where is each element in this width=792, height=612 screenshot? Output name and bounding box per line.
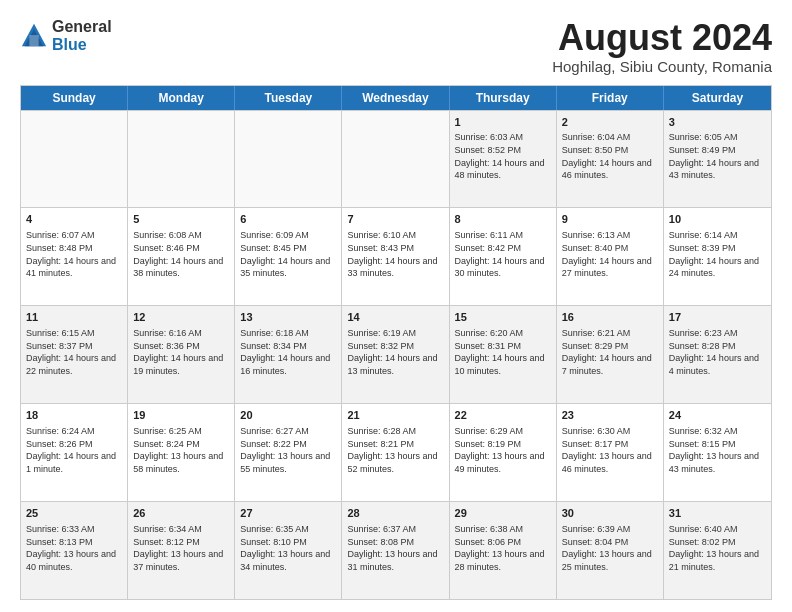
day-num-17: 17 [669, 310, 766, 325]
cal-cell-1-5: 9Sunrise: 6:13 AM Sunset: 8:40 PM Daylig… [557, 208, 664, 305]
cal-cell-3-4: 22Sunrise: 6:29 AM Sunset: 8:19 PM Dayli… [450, 404, 557, 501]
cal-cell-4-0: 25Sunrise: 6:33 AM Sunset: 8:13 PM Dayli… [21, 502, 128, 599]
day-num-16: 16 [562, 310, 658, 325]
cell-info-29: Sunrise: 6:38 AM Sunset: 8:06 PM Dayligh… [455, 523, 551, 573]
day-num-11: 11 [26, 310, 122, 325]
cal-cell-0-1 [128, 111, 235, 208]
cell-info-27: Sunrise: 6:35 AM Sunset: 8:10 PM Dayligh… [240, 523, 336, 573]
day-num-20: 20 [240, 408, 336, 423]
day-num-6: 6 [240, 212, 336, 227]
cell-info-9: Sunrise: 6:13 AM Sunset: 8:40 PM Dayligh… [562, 229, 658, 279]
day-num-30: 30 [562, 506, 658, 521]
cal-row-2: 11Sunrise: 6:15 AM Sunset: 8:37 PM Dayli… [21, 305, 771, 403]
cal-cell-3-5: 23Sunrise: 6:30 AM Sunset: 8:17 PM Dayli… [557, 404, 664, 501]
cal-row-4: 25Sunrise: 6:33 AM Sunset: 8:13 PM Dayli… [21, 501, 771, 599]
cell-info-5: Sunrise: 6:08 AM Sunset: 8:46 PM Dayligh… [133, 229, 229, 279]
day-num-31: 31 [669, 506, 766, 521]
day-num-13: 13 [240, 310, 336, 325]
header-tuesday: Tuesday [235, 86, 342, 110]
cal-cell-3-1: 19Sunrise: 6:25 AM Sunset: 8:24 PM Dayli… [128, 404, 235, 501]
cal-cell-0-3 [342, 111, 449, 208]
cell-info-18: Sunrise: 6:24 AM Sunset: 8:26 PM Dayligh… [26, 425, 122, 475]
day-num-1: 1 [455, 115, 551, 130]
cal-cell-0-2 [235, 111, 342, 208]
cell-info-24: Sunrise: 6:32 AM Sunset: 8:15 PM Dayligh… [669, 425, 766, 475]
header: General Blue August 2024 Hoghilag, Sibiu… [20, 18, 772, 75]
cal-cell-1-0: 4Sunrise: 6:07 AM Sunset: 8:48 PM Daylig… [21, 208, 128, 305]
cal-cell-1-2: 6Sunrise: 6:09 AM Sunset: 8:45 PM Daylig… [235, 208, 342, 305]
cell-info-11: Sunrise: 6:15 AM Sunset: 8:37 PM Dayligh… [26, 327, 122, 377]
cal-cell-2-0: 11Sunrise: 6:15 AM Sunset: 8:37 PM Dayli… [21, 306, 128, 403]
cal-cell-3-6: 24Sunrise: 6:32 AM Sunset: 8:15 PM Dayli… [664, 404, 771, 501]
logo-general-text: General [52, 18, 112, 36]
day-num-24: 24 [669, 408, 766, 423]
cal-cell-1-3: 7Sunrise: 6:10 AM Sunset: 8:43 PM Daylig… [342, 208, 449, 305]
cal-cell-0-5: 2Sunrise: 6:04 AM Sunset: 8:50 PM Daylig… [557, 111, 664, 208]
cal-cell-4-3: 28Sunrise: 6:37 AM Sunset: 8:08 PM Dayli… [342, 502, 449, 599]
cell-info-4: Sunrise: 6:07 AM Sunset: 8:48 PM Dayligh… [26, 229, 122, 279]
cal-cell-2-6: 17Sunrise: 6:23 AM Sunset: 8:28 PM Dayli… [664, 306, 771, 403]
day-num-12: 12 [133, 310, 229, 325]
logo: General Blue [20, 18, 112, 53]
logo-icon [20, 22, 48, 50]
cal-cell-4-6: 31Sunrise: 6:40 AM Sunset: 8:02 PM Dayli… [664, 502, 771, 599]
cell-info-22: Sunrise: 6:29 AM Sunset: 8:19 PM Dayligh… [455, 425, 551, 475]
cal-row-3: 18Sunrise: 6:24 AM Sunset: 8:26 PM Dayli… [21, 403, 771, 501]
day-num-5: 5 [133, 212, 229, 227]
svg-rect-2 [29, 35, 38, 46]
cell-info-6: Sunrise: 6:09 AM Sunset: 8:45 PM Dayligh… [240, 229, 336, 279]
cell-info-26: Sunrise: 6:34 AM Sunset: 8:12 PM Dayligh… [133, 523, 229, 573]
day-num-9: 9 [562, 212, 658, 227]
title-block: August 2024 Hoghilag, Sibiu County, Roma… [552, 18, 772, 75]
day-num-10: 10 [669, 212, 766, 227]
day-num-26: 26 [133, 506, 229, 521]
day-num-15: 15 [455, 310, 551, 325]
day-num-22: 22 [455, 408, 551, 423]
day-num-2: 2 [562, 115, 658, 130]
cell-info-23: Sunrise: 6:30 AM Sunset: 8:17 PM Dayligh… [562, 425, 658, 475]
cal-cell-4-4: 29Sunrise: 6:38 AM Sunset: 8:06 PM Dayli… [450, 502, 557, 599]
cal-cell-4-2: 27Sunrise: 6:35 AM Sunset: 8:10 PM Dayli… [235, 502, 342, 599]
cell-info-1: Sunrise: 6:03 AM Sunset: 8:52 PM Dayligh… [455, 131, 551, 181]
cell-info-2: Sunrise: 6:04 AM Sunset: 8:50 PM Dayligh… [562, 131, 658, 181]
cal-cell-0-0 [21, 111, 128, 208]
cal-cell-3-3: 21Sunrise: 6:28 AM Sunset: 8:21 PM Dayli… [342, 404, 449, 501]
calendar: Sunday Monday Tuesday Wednesday Thursday… [20, 85, 772, 600]
day-num-3: 3 [669, 115, 766, 130]
header-saturday: Saturday [664, 86, 771, 110]
header-friday: Friday [557, 86, 664, 110]
cell-info-14: Sunrise: 6:19 AM Sunset: 8:32 PM Dayligh… [347, 327, 443, 377]
cell-info-21: Sunrise: 6:28 AM Sunset: 8:21 PM Dayligh… [347, 425, 443, 475]
calendar-header: Sunday Monday Tuesday Wednesday Thursday… [21, 86, 771, 110]
cell-info-13: Sunrise: 6:18 AM Sunset: 8:34 PM Dayligh… [240, 327, 336, 377]
logo-text: General Blue [52, 18, 112, 53]
header-thursday: Thursday [450, 86, 557, 110]
cal-cell-2-3: 14Sunrise: 6:19 AM Sunset: 8:32 PM Dayli… [342, 306, 449, 403]
cal-cell-3-2: 20Sunrise: 6:27 AM Sunset: 8:22 PM Dayli… [235, 404, 342, 501]
cell-info-28: Sunrise: 6:37 AM Sunset: 8:08 PM Dayligh… [347, 523, 443, 573]
page: General Blue August 2024 Hoghilag, Sibiu… [0, 0, 792, 612]
cell-info-17: Sunrise: 6:23 AM Sunset: 8:28 PM Dayligh… [669, 327, 766, 377]
cal-cell-4-1: 26Sunrise: 6:34 AM Sunset: 8:12 PM Dayli… [128, 502, 235, 599]
day-num-23: 23 [562, 408, 658, 423]
location: Hoghilag, Sibiu County, Romania [552, 58, 772, 75]
day-num-21: 21 [347, 408, 443, 423]
cell-info-25: Sunrise: 6:33 AM Sunset: 8:13 PM Dayligh… [26, 523, 122, 573]
cell-info-16: Sunrise: 6:21 AM Sunset: 8:29 PM Dayligh… [562, 327, 658, 377]
cal-cell-0-4: 1Sunrise: 6:03 AM Sunset: 8:52 PM Daylig… [450, 111, 557, 208]
cal-cell-0-6: 3Sunrise: 6:05 AM Sunset: 8:49 PM Daylig… [664, 111, 771, 208]
cell-info-30: Sunrise: 6:39 AM Sunset: 8:04 PM Dayligh… [562, 523, 658, 573]
cell-info-7: Sunrise: 6:10 AM Sunset: 8:43 PM Dayligh… [347, 229, 443, 279]
cal-cell-4-5: 30Sunrise: 6:39 AM Sunset: 8:04 PM Dayli… [557, 502, 664, 599]
day-num-29: 29 [455, 506, 551, 521]
day-num-25: 25 [26, 506, 122, 521]
cal-cell-1-1: 5Sunrise: 6:08 AM Sunset: 8:46 PM Daylig… [128, 208, 235, 305]
cal-cell-3-0: 18Sunrise: 6:24 AM Sunset: 8:26 PM Dayli… [21, 404, 128, 501]
day-num-18: 18 [26, 408, 122, 423]
cell-info-20: Sunrise: 6:27 AM Sunset: 8:22 PM Dayligh… [240, 425, 336, 475]
cell-info-12: Sunrise: 6:16 AM Sunset: 8:36 PM Dayligh… [133, 327, 229, 377]
cal-row-0: 1Sunrise: 6:03 AM Sunset: 8:52 PM Daylig… [21, 110, 771, 208]
day-num-4: 4 [26, 212, 122, 227]
cell-info-8: Sunrise: 6:11 AM Sunset: 8:42 PM Dayligh… [455, 229, 551, 279]
cal-cell-1-4: 8Sunrise: 6:11 AM Sunset: 8:42 PM Daylig… [450, 208, 557, 305]
